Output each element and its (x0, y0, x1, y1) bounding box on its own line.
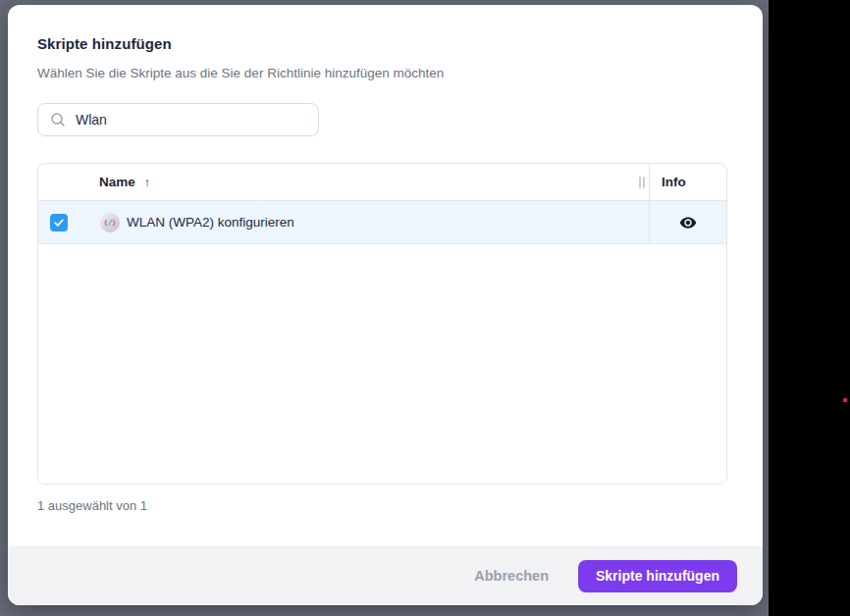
table-cell-info (649, 201, 726, 243)
scripts-table: Name ↑ Info {/} WLAN (WPA2) konfigu (37, 163, 727, 485)
search-icon (50, 112, 66, 128)
column-resize-handle[interactable] (639, 177, 645, 188)
add-scripts-dialog: Skripte hinzufügen Wählen Sie die Skript… (8, 5, 763, 605)
eye-icon[interactable] (679, 214, 697, 231)
column-header-info[interactable]: Info (649, 164, 726, 200)
table-header-row: Name ↑ Info (38, 164, 726, 201)
script-name: WLAN (WPA2) konfigurieren (127, 215, 294, 230)
table-row[interactable]: {/} WLAN (WPA2) konfigurieren (38, 201, 726, 244)
dialog-subtitle: Wählen Sie die Skripte aus die Sie der R… (37, 66, 733, 80)
column-header-name[interactable]: Name ↑ (38, 164, 649, 200)
row-checkbox-checked[interactable] (50, 214, 68, 231)
table-cell-name: {/} WLAN (WPA2) konfigurieren (38, 201, 649, 243)
add-scripts-button[interactable]: Skripte hinzufügen (578, 560, 737, 592)
sort-ascending-icon[interactable]: ↑ (144, 175, 151, 189)
cancel-button[interactable]: Abbrechen (474, 568, 549, 584)
dialog-footer: Abbrechen Skripte hinzufügen (8, 546, 763, 605)
script-icon: {/} (100, 213, 120, 232)
script-search-box[interactable] (37, 103, 319, 136)
selection-status: 1 ausgewählt von 1 (37, 498, 733, 513)
search-input[interactable] (76, 112, 301, 128)
checkmark-icon (53, 217, 65, 229)
column-header-name-label: Name (99, 175, 135, 189)
dialog-title: Skripte hinzufügen (37, 35, 733, 52)
table-empty-area (38, 244, 726, 484)
red-marker-dot (843, 398, 847, 402)
column-header-info-label: Info (662, 175, 686, 189)
